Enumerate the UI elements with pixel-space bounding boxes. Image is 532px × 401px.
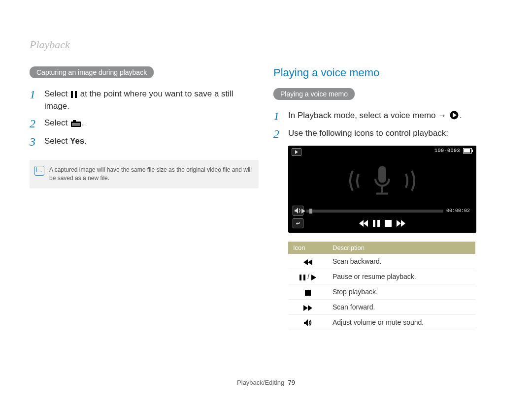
right-steps: 1 In Playback mode, select a voice memo …: [273, 110, 502, 141]
forward-icon: [397, 219, 405, 229]
svg-rect-25: [305, 290, 311, 296]
screenshot-time: 00:00:02: [446, 208, 470, 214]
row-desc: Scan backward.: [328, 254, 475, 269]
note-text: A captured image will have the same file…: [49, 166, 252, 182]
svg-rect-22: [299, 275, 301, 280]
svg-marker-18: [397, 220, 401, 227]
row-desc: Pause or resume playback.: [328, 269, 475, 284]
th-icon: Icon: [288, 242, 328, 254]
rewind-icon: [288, 254, 328, 269]
svg-rect-4: [72, 123, 80, 123]
stop-icon: [385, 219, 392, 229]
row-desc: Stop playback.: [328, 284, 475, 299]
step-text: Select .: [44, 117, 259, 129]
pause-icon: [71, 91, 77, 98]
svg-rect-15: [373, 220, 375, 227]
stop-icon: [288, 284, 328, 299]
screenshot-folder: 100-0003: [434, 148, 460, 154]
table-row: Adjust volume or mute sound.: [288, 314, 475, 330]
svg-rect-17: [385, 220, 392, 227]
svg-marker-21: [308, 259, 312, 265]
svg-marker-12: [295, 208, 298, 214]
svg-rect-11: [376, 193, 388, 195]
footer: Playback/Editing 79: [0, 379, 532, 386]
step-pre: Select: [44, 136, 70, 146]
step-number: 2: [30, 117, 40, 130]
left-step-3: 3 Select Yes.: [30, 135, 259, 148]
svg-marker-28: [304, 319, 308, 326]
step-pre: Select: [44, 89, 70, 98]
screenshot-topbar: 100-0003: [434, 148, 472, 154]
svg-marker-26: [303, 305, 308, 311]
step-text: In Playback mode, select a voice memo → …: [288, 110, 502, 122]
svg-marker-13: [359, 220, 364, 227]
left-steps: 1 Select at the point where you want to …: [30, 88, 259, 148]
volume-icon: [288, 314, 328, 330]
battery-icon: [463, 148, 472, 154]
svg-rect-3: [73, 120, 76, 122]
footer-page: 79: [288, 379, 295, 386]
right-column: Playing a voice memo Playing a voice mem…: [273, 66, 502, 330]
screenshot-progress: 00:00:02: [306, 208, 470, 215]
pill-voice-memo: Playing a voice memo: [273, 88, 355, 100]
pill-capture: Capturing an image during playback: [30, 66, 154, 78]
section-heading: Playing a voice memo: [273, 66, 502, 79]
pause-play-icon: /: [288, 269, 328, 284]
step-bold: Yes: [70, 136, 84, 146]
rewind-icon: [359, 219, 368, 229]
left-step-1: 1 Select at the point where you want to …: [30, 88, 259, 112]
svg-rect-23: [303, 275, 305, 280]
progress-track: [306, 210, 443, 213]
right-step-2: 2 Use the following icons to control pla…: [273, 127, 502, 140]
svg-rect-9: [378, 166, 386, 183]
columns: Capturing an image during playback 1 Sel…: [30, 66, 502, 330]
table-row: Scan backward.: [288, 254, 475, 269]
step-number: 1: [30, 88, 40, 101]
svg-marker-14: [364, 220, 368, 227]
svg-rect-10: [381, 186, 383, 193]
screenshot-controls: [359, 219, 405, 229]
step-post: .: [84, 136, 87, 146]
step-text: Select Yes.: [44, 135, 259, 148]
note-box: A captured image will have the same file…: [30, 160, 259, 188]
screenshot-play-mode-icon: [292, 148, 301, 156]
mic-icon: [343, 161, 422, 203]
step-pre: In Playback mode, select a voice memo →: [288, 111, 449, 120]
step-pre: Select: [44, 118, 70, 127]
svg-rect-6: [72, 125, 80, 125]
svg-marker-19: [401, 220, 405, 227]
table-row: Stop playback.: [288, 284, 475, 299]
svg-rect-1: [75, 91, 77, 98]
step-number: 3: [30, 135, 40, 148]
svg-marker-24: [311, 275, 316, 280]
th-desc: Description: [328, 242, 475, 254]
row-desc: Adjust volume or mute sound.: [328, 314, 475, 330]
step-number: 1: [273, 110, 284, 123]
step-post: .: [82, 118, 84, 127]
svg-rect-16: [377, 220, 380, 227]
step-number: 2: [273, 127, 284, 140]
svg-marker-27: [308, 305, 312, 311]
right-step-1: 1 In Playback mode, select a voice memo …: [273, 110, 502, 123]
step-post: .: [460, 111, 462, 120]
footer-section: Playback/Editing: [237, 379, 284, 386]
row-desc: Scan forward.: [328, 299, 475, 314]
capture-icon: [71, 120, 81, 127]
page: Playback Capturing an image during playb…: [0, 0, 532, 401]
play-circle-icon: [450, 111, 459, 120]
step-text: Use the following icons to control playb…: [288, 127, 502, 140]
table-row: Scan forward.: [288, 299, 475, 314]
icon-description-table: Icon Description Scan backward.: [288, 242, 475, 330]
svg-rect-5: [72, 124, 80, 124]
forward-icon: [288, 299, 328, 314]
voice-memo-screenshot: 100-0003: [288, 146, 476, 233]
left-column: Capturing an image during playback 1 Sel…: [30, 66, 259, 330]
svg-rect-0: [71, 91, 73, 98]
page-title: Playback: [30, 38, 70, 51]
note-icon: [34, 166, 44, 176]
svg-marker-20: [303, 259, 308, 265]
pause-icon: [373, 219, 380, 229]
screenshot-back-button: ↩: [293, 218, 303, 228]
table-row: / Pause or resume playback.: [288, 269, 475, 284]
left-step-2: 2 Select .: [30, 117, 259, 130]
